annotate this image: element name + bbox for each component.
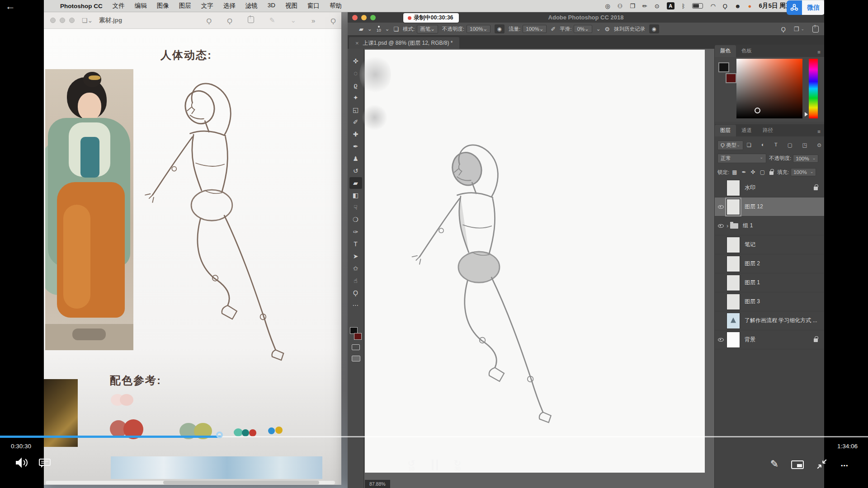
tab-swatches[interactable]: 色板 [736, 45, 757, 57]
lock-artboard-icon[interactable]: ▢ [760, 169, 765, 175]
lock-pixels-icon[interactable]: ✒ [742, 169, 746, 175]
shape-tool[interactable]: ✩ [349, 263, 362, 274]
layer-name[interactable]: 笔记 [745, 241, 824, 249]
filter-smart-icon[interactable]: ◳ [802, 142, 807, 148]
menu-item[interactable]: 视图 [285, 2, 297, 10]
play-circle-icon[interactable]: ⊙ [655, 3, 660, 9]
hue-slider-marker[interactable] [805, 112, 808, 117]
zoom-status[interactable]: 87.88% [365, 480, 390, 488]
filter-shape-icon[interactable]: ▢ [788, 142, 793, 148]
tab-channels[interactable]: 通道 [736, 125, 757, 136]
brush-panel-toggle-icon[interactable]: ❏ [393, 26, 399, 33]
fill-select[interactable]: 100%⌄ [791, 168, 816, 176]
lock-position-icon[interactable]: ✜ [751, 169, 755, 175]
canvas-area[interactable]: 87.88% [364, 49, 714, 488]
layer-name[interactable]: 背景 [745, 336, 814, 343]
spotlight-icon[interactable]: Ϙ [723, 3, 727, 9]
menu-item[interactable]: 文字 [201, 2, 213, 10]
exit-fullscreen-button[interactable] [815, 457, 829, 471]
floating-widget[interactable]: 微信 [787, 0, 824, 15]
forward-30-button[interactable]: ↻ 30 [448, 457, 467, 474]
menu-item[interactable]: 窗口 [307, 2, 320, 10]
minimize-traffic-light[interactable] [60, 18, 65, 23]
color-swatches[interactable] [718, 62, 736, 83]
panel-menu-icon[interactable]: ≡ [817, 49, 821, 57]
lock-all-icon[interactable] [769, 171, 774, 175]
preview-document[interactable]: 人体动态: 配色参考: [44, 29, 341, 485]
menu-item[interactable]: 帮助 [330, 2, 342, 10]
filter-adjustment-icon[interactable]: ◐ [761, 142, 764, 148]
flow-select[interactable]: 100%⌄ [523, 25, 547, 33]
group-chevron-icon[interactable]: › [726, 222, 728, 229]
layer-name[interactable]: 水印 [745, 184, 814, 192]
workspace-icon[interactable]: ❐⌄ [794, 26, 804, 33]
gradient-tool[interactable]: ◧ [349, 189, 362, 201]
canvas[interactable] [365, 50, 705, 473]
tab-color[interactable]: 颜色 [715, 45, 736, 57]
zoom-out-icon[interactable]: Ϙ [206, 17, 212, 24]
menu-item[interactable]: 3D [268, 2, 275, 10]
menu-item[interactable]: 图层 [179, 2, 191, 10]
layer-visibility-toggle[interactable] [715, 224, 726, 228]
rewind-10-button[interactable]: ↺ 10 [402, 457, 420, 474]
layer-name[interactable]: 了解作画流程 学习细化方式 ... [745, 317, 824, 324]
healing-brush-tool[interactable]: ✚ [349, 128, 362, 140]
edit-toolbar[interactable]: ⋯ [349, 299, 362, 311]
smooth-select[interactable]: 0%⌄ [574, 25, 592, 33]
panel-menu-icon[interactable]: ≡ [817, 129, 821, 136]
layer-name[interactable]: 图层 1 [745, 279, 824, 286]
dodge-tool[interactable]: ❍ [349, 214, 362, 225]
zoom-traffic-light[interactable] [69, 18, 75, 23]
tab-layers[interactable]: 图层 [715, 125, 736, 136]
photoshop-window[interactable]: Adobe Photoshop CC 2018 录制中00:30:36 ▰ ⌄ … [348, 12, 824, 488]
horizontal-scrollbar[interactable] [46, 481, 335, 484]
水印[interactable]: › 水印 [715, 178, 824, 197]
more-toolbar-icon[interactable]: » [311, 17, 315, 24]
pip-button[interactable] [790, 459, 805, 470]
layer-name[interactable]: 图层 2 [745, 260, 824, 267]
volume-button[interactable] [14, 456, 29, 469]
menu-item[interactable]: 选择 [223, 2, 236, 10]
share-icon[interactable] [812, 26, 819, 33]
scrollbar-thumb[interactable] [163, 481, 319, 484]
crop-tool[interactable]: ◱ [349, 104, 362, 116]
brush-picker-caret[interactable]: ⌄ [385, 26, 390, 32]
filter-pin-icon[interactable]: ⊙ [817, 142, 821, 148]
layer-thumbnail[interactable] [726, 256, 740, 272]
了解作画流程 学习细化方式 ...[interactable]: › 了解作画流程 学习细化方式 ... [715, 311, 824, 330]
menu-item[interactable]: 滤镜 [245, 2, 258, 10]
quick-mask-button[interactable] [352, 344, 360, 350]
menu-item[interactable]: 文件 [113, 2, 125, 10]
move-tool[interactable]: ✜ [349, 55, 362, 67]
layer-filter-select[interactable]: Ϙ 类型⌄ [717, 141, 743, 150]
app-menu-title[interactable]: Photoshop CC [60, 3, 103, 9]
displays-icon[interactable]: ❐ [630, 3, 635, 9]
layer-thumbnail[interactable] [726, 180, 740, 196]
hand-tool[interactable]: ☝ [349, 275, 362, 286]
share-icon[interactable] [248, 16, 254, 24]
tab-paths[interactable]: 路径 [757, 125, 778, 136]
hue-slider[interactable] [809, 59, 818, 118]
图层 1[interactable]: › 图层 1 [715, 273, 824, 292]
图层 2[interactable]: › 图层 2 [715, 254, 824, 273]
current-tool-icon[interactable]: ▰ [359, 26, 363, 33]
mode-select[interactable]: 画笔⌄ [417, 25, 438, 33]
wifi-icon[interactable]: ◠ [710, 3, 715, 9]
more-options-button[interactable]: ⋯ [835, 460, 855, 471]
brush-size-picker[interactable]: 10 [377, 26, 381, 33]
layer-thumbnail[interactable] [726, 237, 740, 253]
search-icon[interactable]: Ϙ [330, 17, 336, 24]
layer-visibility-toggle[interactable] [715, 205, 726, 209]
layer-thumbnail[interactable] [726, 275, 740, 291]
layer-name[interactable]: 组 1 [743, 222, 824, 230]
user-icon[interactable]: ☻ [735, 3, 741, 9]
close-traffic-light[interactable] [50, 18, 56, 23]
笔记[interactable]: › 笔记 [715, 235, 824, 254]
history-brush-tool[interactable]: ↺ [349, 165, 362, 177]
bluetooth-icon[interactable]: ᛒ [682, 3, 685, 9]
smudge-tool[interactable]: ☟ [349, 202, 362, 213]
pressure-size-icon[interactable]: ◉ [649, 24, 659, 33]
layer-visibility-toggle[interactable] [715, 338, 726, 342]
path-select-tool[interactable]: ➤ [349, 250, 362, 262]
foreground-background-swatches[interactable] [349, 327, 362, 340]
